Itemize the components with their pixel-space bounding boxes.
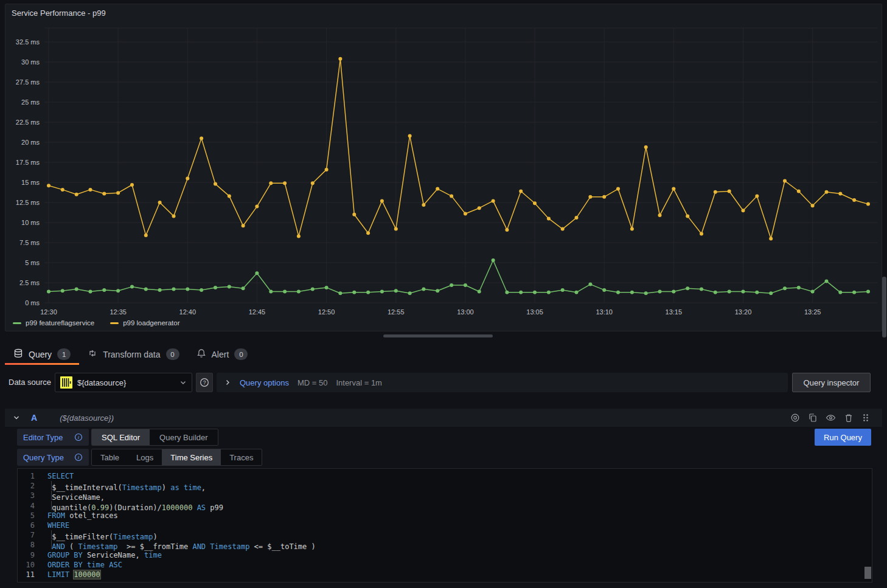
chevron-right-icon	[224, 379, 231, 386]
query-inspector-button[interactable]: Query inspector	[792, 373, 871, 392]
line-number: 2	[18, 481, 35, 491]
code-line: 2$__timeInterval(Timestamp) as time,	[18, 481, 872, 491]
clickhouse-logo-icon	[60, 376, 72, 389]
datasource-picker[interactable]: ${datasource}	[55, 373, 192, 392]
code-line: 8AND ( Timestamp >= $__fromTime AND Time…	[18, 540, 872, 550]
info-icon: i	[74, 433, 83, 441]
code-text: $__timeFilter(Timestamp)	[47, 530, 158, 540]
code-line: 1SELECT	[18, 471, 872, 481]
datasource-picker-value: ${datasource}	[77, 378, 179, 387]
record-icon[interactable]	[790, 413, 800, 423]
tab-transform-data[interactable]: Transform data 0	[79, 344, 187, 365]
sql-code-editor[interactable]: 1SELECT2$__timeInterval(Timestamp) as ti…	[17, 468, 872, 583]
collapse-chevron-icon[interactable]	[12, 413, 21, 422]
code-text: FROM otel_traces	[47, 511, 118, 521]
code-line: 9GROUP BY ServiceName, time	[18, 550, 872, 560]
code-text: SELECT	[47, 471, 74, 481]
query-options-expander[interactable]: Query options MD = 50 Interval = 1m	[217, 373, 788, 392]
vertical-scrollbar-thumb[interactable]	[882, 277, 886, 337]
drag-handle-icon[interactable]	[861, 413, 870, 423]
editor-type-option-sql-editor[interactable]: SQL Editor	[92, 429, 150, 445]
tab-query-count-badge: 1	[57, 348, 71, 360]
code-text: WHERE	[47, 521, 69, 530]
editor-type-option-query-builder[interactable]: Query Builder	[150, 429, 217, 445]
line-number: 1	[18, 471, 35, 481]
code-text: LIMIT 100000	[47, 570, 100, 579]
tab-alert-label: Alert	[212, 350, 229, 359]
legend-series-label: p99 loadgenerator	[123, 319, 179, 327]
code-line: 4quantile(0.99)(Duration)/1000000 AS p99	[18, 501, 872, 511]
legend-item[interactable]: p99 loadgenerator	[110, 319, 179, 327]
timeseries-chart: 0 ms2.5 ms5 ms7.5 ms10 ms12.5 ms15 ms17.…	[5, 4, 882, 331]
query-type-radio-group: Table Logs Time Series Traces	[91, 449, 262, 466]
code-line: 7$__timeFilter(Timestamp)	[18, 530, 872, 540]
legend-series-color	[13, 322, 21, 324]
active-tab-underline	[5, 363, 79, 365]
query-row-header[interactable]: A (${datasource})	[5, 409, 882, 427]
svg-text:12:30: 12:30	[40, 308, 57, 316]
query-type-option-time-series[interactable]: Time Series	[162, 449, 221, 465]
svg-text:27.5 ms: 27.5 ms	[16, 78, 40, 86]
svg-text:15 ms: 15 ms	[21, 179, 40, 186]
query-type-option-table[interactable]: Table	[92, 449, 128, 465]
code-text: quantile(0.99)(Duration)/1000000 AS p99	[47, 501, 223, 511]
svg-text:12:45: 12:45	[249, 308, 266, 316]
trash-icon[interactable]	[844, 413, 854, 423]
panel-edit-tabs: Query 1 Transform data 0 Alert 0	[5, 344, 256, 365]
code-line: 5FROM otel_traces	[18, 511, 872, 521]
query-type-label: Query Type i	[17, 449, 89, 466]
svg-text:13:05: 13:05	[526, 308, 543, 316]
datasource-label: Data source	[9, 373, 51, 392]
code-text: ServiceName,	[47, 491, 105, 500]
line-number: 10	[18, 560, 35, 570]
query-row-actions	[790, 413, 870, 423]
legend-item[interactable]: p99 featureflagservice	[13, 319, 94, 327]
max-data-points-value: MD = 50	[297, 378, 328, 387]
tab-alert-count-badge: 0	[234, 348, 248, 360]
editor-type-radio-group: SQL Editor Query Builder	[91, 429, 218, 446]
eye-icon[interactable]	[826, 413, 836, 423]
sql-code-lines: 1SELECT2$__timeInterval(Timestamp) as ti…	[18, 471, 872, 579]
query-type-row: Query Type i Table Logs Time Series Trac…	[17, 449, 262, 466]
svg-text:7.5 ms: 7.5 ms	[19, 239, 40, 246]
svg-text:12.5 ms: 12.5 ms	[16, 199, 40, 206]
run-query-button[interactable]: Run Query	[815, 429, 871, 446]
datasource-help-button[interactable]: ?	[196, 373, 213, 392]
code-line: 3ServiceName,	[18, 491, 872, 500]
line-number: 9	[18, 550, 35, 560]
svg-text:13:25: 13:25	[804, 308, 821, 316]
legend-series-color	[110, 322, 119, 324]
line-number: 6	[18, 521, 35, 530]
database-icon	[13, 348, 23, 361]
datasource-row: Data source ${datasource}	[0, 373, 887, 392]
line-number: 3	[18, 491, 35, 500]
svg-text:13:15: 13:15	[666, 308, 683, 316]
query-type-option-traces[interactable]: Traces	[221, 449, 262, 465]
svg-text:12:40: 12:40	[179, 308, 197, 316]
chart-legend: p99 featureflagservicep99 loadgenerator	[13, 319, 180, 327]
svg-text:12:50: 12:50	[318, 308, 335, 316]
timeseries-panel: 0 ms2.5 ms5 ms7.5 ms10 ms12.5 ms15 ms17.…	[5, 4, 882, 331]
svg-text:32.5 ms: 32.5 ms	[16, 38, 40, 46]
copy-icon[interactable]	[808, 413, 818, 423]
query-datasource-hint: (${datasource})	[60, 413, 114, 423]
query-type-option-logs[interactable]: Logs	[128, 449, 162, 465]
horizontal-scrollbar-thumb[interactable]	[383, 334, 493, 337]
code-text: AND ( Timestamp >= $__fromTime AND Times…	[47, 540, 316, 550]
svg-text:i: i	[78, 455, 79, 460]
svg-text:10 ms: 10 ms	[21, 219, 40, 226]
svg-text:13:10: 13:10	[596, 308, 613, 316]
tab-alert[interactable]: Alert 0	[188, 344, 257, 365]
svg-text:13:00: 13:00	[457, 308, 474, 316]
tab-query-label: Query	[29, 350, 52, 359]
legend-series-label: p99 featureflagservice	[26, 319, 94, 327]
code-line: 10ORDER BY time ASC	[18, 560, 872, 570]
interval-value: Interval = 1m	[336, 378, 382, 387]
tab-query[interactable]: Query 1	[5, 344, 79, 365]
editor-type-label: Editor Type i	[17, 429, 89, 446]
svg-text:20 ms: 20 ms	[21, 139, 40, 146]
svg-text:25 ms: 25 ms	[21, 99, 40, 106]
editor-scrollbar-thumb[interactable]	[864, 567, 871, 579]
svg-text:12:55: 12:55	[388, 308, 405, 316]
svg-text:5 ms: 5 ms	[25, 259, 40, 266]
